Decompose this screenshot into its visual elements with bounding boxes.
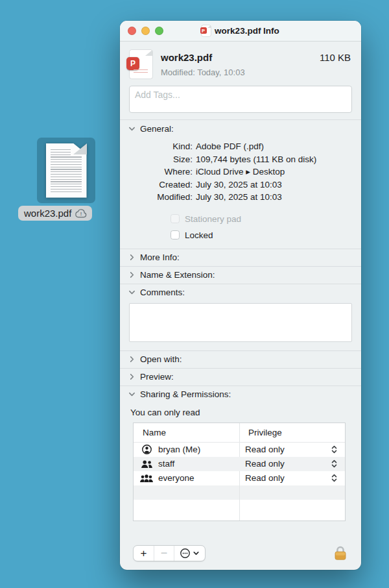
privilege-value: Read only xyxy=(245,459,285,469)
users-two-icon xyxy=(139,459,154,469)
get-info-window: P work23.pdf Info P work23.pdf Modified:… xyxy=(120,21,361,570)
pdf-file-icon-small: P xyxy=(202,25,211,36)
locked-row: Locked xyxy=(171,230,361,240)
user-name: bryan (Me) xyxy=(158,445,200,454)
lock-icon[interactable] xyxy=(333,545,348,561)
section-label: General: xyxy=(140,124,174,134)
privilege-stepper-icon[interactable] xyxy=(331,459,337,468)
section-label: Preview: xyxy=(140,372,174,382)
add-tags-input[interactable] xyxy=(129,86,352,113)
table-header: Name Privilege xyxy=(134,423,345,443)
section-label: Open with: xyxy=(140,354,182,364)
chevron-down-icon xyxy=(128,125,136,132)
section-label: Comments: xyxy=(140,288,185,297)
info-row-created: Created: July 30, 2025 at 10:03 xyxy=(120,178,361,191)
pdf-badge: P xyxy=(126,57,139,70)
file-header: P work23.pdf Modified: Today, 10:03 110 … xyxy=(120,42,361,79)
svg-text:!: ! xyxy=(80,211,82,217)
user-name: everyone xyxy=(158,473,194,483)
table-row[interactable]: staff Read only xyxy=(134,457,345,471)
users-three-icon xyxy=(139,474,154,483)
locked-label: Locked xyxy=(185,230,213,240)
cloud-alert-icon: ! xyxy=(75,209,88,218)
general-info: Kind: Adobe PDF (.pdf) Size: 109,744 byt… xyxy=(120,137,361,205)
info-row-where: Where: iCloud Drive ▸ Desktop xyxy=(120,165,361,178)
table-row[interactable]: everyone Read only xyxy=(134,471,345,485)
section-more-info[interactable]: More Info: xyxy=(120,249,361,266)
zoom-button[interactable] xyxy=(155,27,163,35)
ellipsis-circle-icon xyxy=(180,548,191,559)
page-fold-corner xyxy=(73,143,87,154)
permissions-table: Name Privilege bryan (Me) Read only xyxy=(133,423,346,521)
stationery-pad-label: Stationery pad xyxy=(185,214,241,224)
chevron-down-icon xyxy=(128,391,136,398)
chevron-right-icon xyxy=(128,271,136,278)
chevron-right-icon xyxy=(128,373,136,380)
titlebar[interactable]: P work23.pdf Info xyxy=(120,21,361,42)
pdf-file-icon-large: P xyxy=(130,50,152,79)
chevron-right-icon xyxy=(128,356,136,363)
locked-checkbox[interactable] xyxy=(171,230,180,239)
privilege-value: Read only xyxy=(245,445,285,454)
file-label-text: work23.pdf xyxy=(24,208,71,219)
column-header-privilege[interactable]: Privilege xyxy=(239,428,282,437)
info-row-kind: Kind: Adobe PDF (.pdf) xyxy=(120,140,361,153)
permissions-button-group: + − xyxy=(133,545,206,561)
stationery-pad-checkbox xyxy=(171,214,180,223)
close-button[interactable] xyxy=(128,27,136,35)
desktop-file-label[interactable]: work23.pdf ! xyxy=(18,206,92,221)
add-user-button[interactable]: + xyxy=(134,546,154,561)
pdf-thumbnail xyxy=(46,143,87,198)
pdf-badge: P xyxy=(200,27,207,34)
section-preview[interactable]: Preview: xyxy=(120,368,361,386)
section-label: Name & Extension: xyxy=(140,270,215,280)
chevron-down-icon xyxy=(128,289,136,296)
comments-input[interactable] xyxy=(129,303,352,342)
section-label: More Info: xyxy=(140,252,180,262)
section-name-extension[interactable]: Name & Extension: xyxy=(120,266,361,284)
more-actions-button[interactable] xyxy=(174,546,205,561)
section-sharing-permissions[interactable]: Sharing & Permissions: xyxy=(120,386,361,403)
pdf-text-lines xyxy=(134,69,148,75)
section-label: Sharing & Permissions: xyxy=(140,389,231,399)
info-row-modified: Modified: July 30, 2025 at 10:03 xyxy=(120,191,361,204)
remove-user-button[interactable]: − xyxy=(154,546,174,561)
section-general[interactable]: General: xyxy=(120,119,361,137)
chevron-right-icon xyxy=(128,254,136,261)
chevron-down-icon xyxy=(193,550,200,557)
info-row-size: Size: 109,744 bytes (111 KB on disk) xyxy=(120,153,361,166)
user-circle-icon xyxy=(139,444,154,455)
privilege-stepper-icon[interactable] xyxy=(331,445,337,454)
thumbnail-text-lines xyxy=(51,149,82,192)
minimize-button[interactable] xyxy=(141,27,150,35)
file-size: 110 KB xyxy=(320,50,351,63)
section-open-with[interactable]: Open with: xyxy=(120,350,361,368)
column-header-name[interactable]: Name xyxy=(134,428,239,437)
permissions-controls: + − xyxy=(120,540,361,570)
privilege-stepper-icon[interactable] xyxy=(331,474,337,482)
section-comments[interactable]: Comments: xyxy=(120,284,361,301)
stationery-pad-row: Stationery pad xyxy=(171,214,361,224)
file-name: work23.pdf xyxy=(161,52,320,63)
user-name: staff xyxy=(158,459,174,469)
permissions-note: You can only read xyxy=(130,408,361,417)
privilege-value: Read only xyxy=(245,473,285,483)
file-modified: Modified: Today, 10:03 xyxy=(161,67,320,77)
desktop-file-icon[interactable] xyxy=(37,138,95,203)
window-title: work23.pdf Info xyxy=(215,26,279,36)
table-row[interactable]: bryan (Me) Read only xyxy=(134,443,345,457)
